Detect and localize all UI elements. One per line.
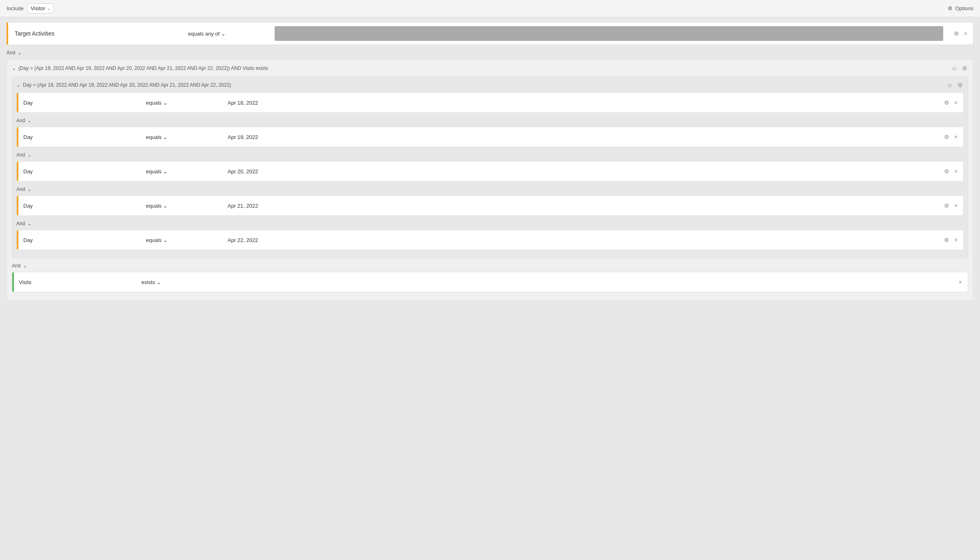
outer-group-box: ⌄ (Day = (Apr 18, 2022 AND Apr 19, 2022 …	[7, 59, 973, 301]
inner-group-summary: Day = (Apr 18, 2022 AND Apr 19, 2022 AND…	[23, 82, 231, 88]
inner-group-chevron-icon: ⌄	[16, 82, 20, 88]
target-activities-close-button[interactable]: ×	[963, 29, 968, 38]
inner-group-header-actions: ☺ ⚙	[946, 81, 964, 89]
inner-group-person-button[interactable]: ☺	[946, 81, 953, 89]
and-row-3[interactable]: And ⌄	[16, 185, 964, 194]
main-and-row[interactable]: And ⌄	[7, 48, 973, 57]
target-activities-value	[275, 26, 943, 41]
condition-row-1: Day equals ⌄ Apr 18, 2022 ⚙ ×	[16, 92, 964, 113]
condition-actions-1: ⚙ ×	[938, 93, 963, 112]
condition-name-3: Day	[23, 168, 146, 175]
condition-actions-3: ⚙ ×	[938, 161, 963, 181]
outer-group-header-actions: ☺ ⚙	[951, 64, 968, 72]
condition-row-2: Day equals ⌄ Apr 19, 2022 ⚙ ×	[16, 127, 964, 147]
condition-operator-5[interactable]: equals ⌄	[146, 237, 228, 243]
cond5-gear-button[interactable]: ⚙	[943, 236, 950, 244]
cond1-close-button[interactable]: ×	[953, 99, 958, 107]
condition-value-4: Apr 21, 2022	[228, 203, 933, 209]
outer-and-chevron-icon: ⌄	[23, 263, 27, 269]
condition-row-5: Day equals ⌄ Apr 22, 2022 ⚙ ×	[16, 230, 964, 250]
condition-operator-3[interactable]: equals ⌄	[146, 168, 228, 175]
target-activities-operator[interactable]: equals any of ⌄	[188, 31, 270, 37]
outer-group-chevron-icon: ⌄	[12, 65, 16, 71]
and-chevron-1-icon: ⌄	[27, 118, 31, 123]
visits-chevron-icon: ⌄	[157, 279, 161, 285]
options-gear-icon: ⚙	[948, 5, 953, 11]
condition-actions-2: ⚙ ×	[938, 127, 963, 147]
outer-and-row[interactable]: And ⌄	[12, 261, 968, 270]
visits-condition-row: Visits exists ⌄ ×	[12, 272, 968, 292]
condition-inner-4: Day equals ⌄ Apr 21, 2022	[18, 196, 938, 215]
visitor-label: Visitor	[31, 5, 45, 11]
condition-operator-2[interactable]: equals ⌄	[146, 134, 228, 140]
include-row: Include Visitor ⌄	[7, 3, 54, 13]
and-row-1[interactable]: And ⌄	[16, 116, 964, 125]
and-label-3: And	[16, 186, 25, 192]
cond1-gear-button[interactable]: ⚙	[943, 99, 950, 107]
condition-operator-4[interactable]: equals ⌄	[146, 203, 228, 209]
target-activities-actions: ⚙ ×	[948, 29, 973, 38]
condition-value-1: Apr 18, 2022	[228, 100, 933, 106]
main-content: Target Activities equals any of ⌄ ⚙ × An…	[0, 17, 980, 309]
main-and-label: And	[7, 50, 15, 56]
and-chevron-2-icon: ⌄	[27, 152, 31, 158]
visits-operator[interactable]: exists ⌄	[141, 279, 223, 285]
visits-close-button[interactable]: ×	[958, 278, 963, 286]
top-bar: Include Visitor ⌄ ⚙ Options	[0, 0, 980, 17]
condition-value-2: Apr 19, 2022	[228, 134, 933, 140]
cond4-gear-button[interactable]: ⚙	[943, 202, 950, 210]
condition-operator-1[interactable]: equals ⌄	[146, 100, 228, 106]
include-label: Include	[7, 5, 24, 11]
outer-group-header-left[interactable]: ⌄ (Day = (Apr 18, 2022 AND Apr 19, 2022 …	[12, 65, 268, 71]
condition-value-5: Apr 22, 2022	[228, 237, 933, 243]
and-chevron-3-icon: ⌄	[27, 186, 31, 192]
cond4-close-button[interactable]: ×	[953, 202, 958, 210]
cond1-chevron-icon: ⌄	[163, 100, 168, 106]
condition-row-4: Day equals ⌄ Apr 21, 2022 ⚙ ×	[16, 195, 964, 216]
inner-group-gear-button[interactable]: ⚙	[957, 81, 964, 89]
inner-group-header: ⌄ Day = (Apr 18, 2022 AND Apr 19, 2022 A…	[16, 81, 964, 89]
condition-inner-2: Day equals ⌄ Apr 19, 2022	[18, 127, 938, 147]
operator-label: equals any of	[188, 31, 219, 37]
inner-group-header-left[interactable]: ⌄ Day = (Apr 18, 2022 AND Apr 19, 2022 A…	[16, 82, 231, 88]
cond3-close-button[interactable]: ×	[953, 167, 958, 175]
condition-row-3: Day equals ⌄ Apr 20, 2022 ⚙ ×	[16, 161, 964, 181]
outer-group-gear-button[interactable]: ⚙	[961, 64, 968, 72]
visits-condition-inner: Visits exists ⌄	[14, 272, 953, 292]
condition-value-3: Apr 20, 2022	[228, 168, 933, 175]
target-activities-row: Target Activities equals any of ⌄ ⚙ ×	[7, 22, 973, 45]
cond3-chevron-icon: ⌄	[163, 168, 168, 175]
condition-inner-3: Day equals ⌄ Apr 20, 2022	[18, 161, 938, 181]
outer-group-summary: (Day = (Apr 18, 2022 AND Apr 19, 2022 AN…	[18, 65, 268, 71]
visitor-chevron-icon: ⌄	[47, 6, 50, 11]
condition-actions-4: ⚙ ×	[938, 196, 963, 215]
visits-name: Visits	[19, 279, 141, 285]
and-chevron-4-icon: ⌄	[27, 221, 31, 226]
target-activities-gear-button[interactable]: ⚙	[953, 29, 960, 38]
and-row-2[interactable]: And ⌄	[16, 150, 964, 159]
visitor-dropdown[interactable]: Visitor ⌄	[27, 3, 54, 13]
target-activities-name: Target Activities	[8, 30, 188, 37]
cond4-chevron-icon: ⌄	[163, 203, 168, 209]
cond2-gear-button[interactable]: ⚙	[943, 133, 950, 141]
and-row-4[interactable]: And ⌄	[16, 219, 964, 228]
options-button[interactable]: ⚙ Options	[948, 5, 973, 11]
condition-name-1: Day	[23, 100, 146, 106]
condition-actions-5: ⚙ ×	[938, 230, 963, 250]
condition-name-5: Day	[23, 237, 146, 243]
cond3-gear-button[interactable]: ⚙	[943, 167, 950, 175]
and-label-1: And	[16, 118, 25, 123]
cond2-close-button[interactable]: ×	[953, 133, 958, 141]
outer-and-label: And	[12, 263, 20, 269]
condition-name-4: Day	[23, 203, 146, 209]
cond5-close-button[interactable]: ×	[953, 236, 958, 244]
condition-inner-5: Day equals ⌄ Apr 22, 2022	[18, 230, 938, 250]
and-label-4: And	[16, 221, 25, 226]
cond5-chevron-icon: ⌄	[163, 237, 168, 243]
condition-name-2: Day	[23, 134, 146, 140]
outer-group-person-button[interactable]: ☺	[951, 64, 958, 72]
main-and-chevron-icon: ⌄	[18, 50, 22, 56]
inner-group-box: ⌄ Day = (Apr 18, 2022 AND Apr 19, 2022 A…	[12, 76, 968, 258]
operator-chevron-icon: ⌄	[221, 31, 226, 37]
and-label-2: And	[16, 152, 25, 158]
